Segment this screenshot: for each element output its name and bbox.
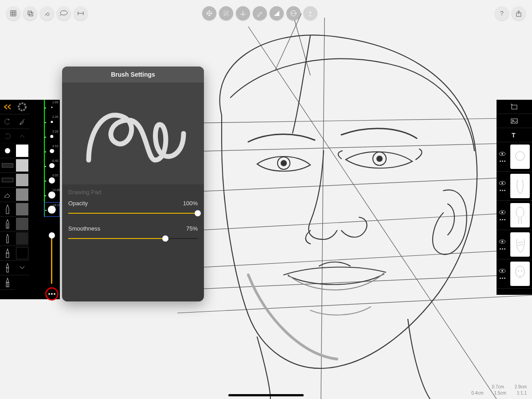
svg-point-25 — [60, 11, 67, 15]
swatch-gray2[interactable] — [0, 173, 15, 188]
swatch-ltgray[interactable] — [15, 158, 29, 173]
svg-rect-48 — [512, 105, 517, 109]
more-options-button[interactable] — [45, 287, 59, 301]
layer-row[interactable] — [497, 259, 532, 289]
layer-row[interactable] — [497, 230, 532, 259]
svg-point-56 — [501, 182, 503, 184]
home-indicator — [228, 394, 304, 396]
eye-icon[interactable] — [499, 152, 506, 156]
brush-size-option[interactable]: 3.20 — [44, 129, 60, 144]
brush-size-option[interactable]: 4.53 — [44, 144, 60, 158]
smoothness-slider[interactable] — [68, 235, 198, 242]
swatch-black[interactable] — [15, 246, 29, 261]
svg-rect-23 — [28, 11, 31, 15]
svg-line-7 — [321, 18, 325, 399]
layer-options-icon[interactable] — [500, 248, 505, 250]
pen-tool-2[interactable] — [0, 217, 15, 231]
brush-size-option[interactable]: 6.40 — [44, 158, 60, 173]
svg-line-4 — [177, 249, 532, 269]
nosign-icon[interactable] — [286, 6, 301, 20]
copy-icon[interactable] — [23, 6, 37, 20]
swatch-gray1[interactable] — [0, 158, 15, 173]
pen-tool-4[interactable] — [0, 246, 15, 261]
svg-rect-43 — [6, 253, 9, 258]
swatch-white[interactable] — [15, 144, 29, 158]
svg-line-9 — [275, 13, 301, 71]
layer-row[interactable] — [497, 142, 532, 172]
svg-point-50 — [512, 120, 514, 121]
wrench-icon[interactable] — [40, 6, 54, 20]
eraser-icon[interactable] — [0, 188, 15, 202]
hatch-icon[interactable] — [219, 6, 233, 20]
size-slider-knob[interactable] — [49, 232, 55, 239]
layer-options-icon[interactable] — [500, 219, 505, 220]
fg-color-swatch[interactable] — [0, 144, 15, 158]
opacity-slider[interactable] — [68, 210, 198, 216]
layer-row[interactable] — [497, 172, 532, 201]
measure-icon[interactable] — [74, 6, 88, 20]
svg-point-12 — [281, 160, 286, 166]
lasso-icon[interactable] — [57, 6, 71, 20]
chevron-down-icon[interactable] — [15, 261, 29, 275]
opacity-value: 100% — [183, 200, 198, 207]
help-icon[interactable]: ? — [495, 6, 509, 20]
upload-icon[interactable] — [303, 6, 317, 20]
brush-size-option[interactable]: 12.80 — [44, 188, 60, 202]
triangle-icon[interactable] — [270, 6, 284, 20]
layer-options-icon[interactable] — [500, 160, 505, 162]
swatch-mdgray[interactable] — [15, 188, 29, 202]
layer-row[interactable] — [497, 201, 532, 230]
popup-title: Brush Settings — [62, 66, 204, 82]
redo-icon[interactable] — [0, 129, 15, 144]
opacity-label: Opacity — [68, 200, 88, 207]
swatch-dkgray[interactable] — [15, 202, 29, 217]
svg-point-53 — [501, 153, 503, 155]
svg-point-58 — [501, 211, 503, 213]
svg-line-10 — [293, 13, 310, 75]
left-toolbar-3 — [29, 100, 44, 299]
collapse-icon[interactable] — [0, 100, 15, 114]
svg-point-54 — [516, 152, 524, 160]
axis-icon[interactable] — [236, 6, 250, 20]
chevron-up-icon[interactable] — [15, 129, 29, 144]
smoothness-value: 75% — [186, 225, 198, 232]
undo-icon[interactable] — [0, 114, 15, 129]
svg-point-67 — [518, 270, 519, 271]
share-icon[interactable] — [512, 6, 526, 20]
brush-preview — [62, 82, 204, 184]
size-slider-track[interactable] — [51, 235, 52, 284]
swatch-dkgray3[interactable] — [15, 231, 29, 246]
brush-size-option[interactable]: 2.26 — [44, 114, 60, 129]
text-layer-icon[interactable]: T — [497, 128, 532, 142]
pen-tool-3[interactable] — [0, 231, 15, 246]
status-readout: 0.7cm2.9cm 0.4cm1.5cm1:1.1 — [471, 384, 527, 396]
colorwheel-icon[interactable] — [15, 100, 29, 114]
svg-point-59 — [516, 207, 524, 218]
brush-size-option[interactable]: 1.60 — [44, 100, 60, 114]
pen-tool-6[interactable] — [0, 275, 15, 290]
grid-icon[interactable] — [6, 6, 20, 20]
svg-point-14 — [377, 156, 382, 161]
add-layer-icon[interactable] — [497, 100, 532, 114]
swatch-dkgray2[interactable] — [15, 217, 29, 231]
svg-text:T: T — [512, 132, 516, 138]
eye-icon[interactable] — [499, 239, 506, 244]
eye-icon[interactable] — [499, 181, 506, 185]
pencil-icon[interactable] — [253, 6, 267, 20]
eye-icon[interactable] — [499, 210, 506, 215]
eyedropper-icon[interactable] — [15, 114, 29, 129]
layer-options-icon[interactable] — [500, 278, 505, 279]
transform-icon[interactable] — [202, 6, 216, 20]
svg-line-35 — [227, 14, 229, 16]
left-toolbar-1 — [0, 100, 15, 299]
brush-size-option[interactable]: 9.05 — [44, 173, 60, 188]
pen-tool-5[interactable] — [0, 261, 15, 275]
pen-tool-1[interactable] — [0, 202, 15, 217]
layer-options-icon[interactable] — [500, 190, 505, 191]
brush-size-option[interactable]: 18.10 — [44, 202, 60, 217]
eye-icon[interactable] — [499, 269, 506, 273]
svg-rect-44 — [7, 268, 8, 272]
swatch-gray[interactable] — [15, 173, 29, 188]
svg-point-65 — [501, 270, 503, 272]
image-layer-icon[interactable] — [497, 114, 532, 128]
